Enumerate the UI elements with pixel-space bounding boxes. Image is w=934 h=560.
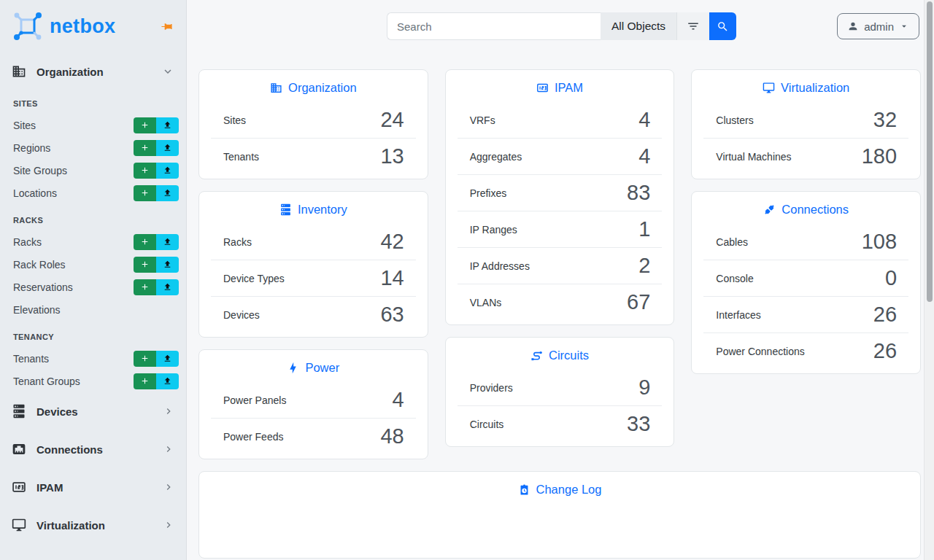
add-button[interactable] xyxy=(134,279,156,295)
card-title-change-log[interactable]: Change Log xyxy=(199,472,920,504)
global-search: All Objects xyxy=(387,12,736,40)
pin-sidebar-icon[interactable] xyxy=(161,20,173,33)
stat-row-tenants[interactable]: Tenants 13 xyxy=(211,138,416,174)
import-button[interactable] xyxy=(156,140,179,156)
add-button[interactable] xyxy=(134,373,156,389)
sidebar-menu-label: Virtualization xyxy=(36,519,105,532)
chevron-right-icon xyxy=(163,443,174,455)
filter-icon xyxy=(687,20,700,33)
card-title-connections[interactable]: Connections xyxy=(692,192,920,224)
stat-row-aggregates[interactable]: Aggregates 4 xyxy=(458,138,663,174)
sidebar-nav: Organization SITES Sites Regions Site Gr… xyxy=(0,55,186,544)
stat-row-ip-addresses[interactable]: IP Addresses 2 xyxy=(458,247,663,284)
card-title-power[interactable]: Power xyxy=(199,350,428,382)
import-button[interactable] xyxy=(156,279,179,295)
plus-icon xyxy=(140,354,150,363)
sidebar-item-reservations: Reservations xyxy=(0,276,186,298)
sidebar-menu-label: Connections xyxy=(36,443,103,456)
add-button[interactable] xyxy=(134,185,156,201)
circuit-icon xyxy=(530,349,543,362)
monitor-icon xyxy=(12,518,26,532)
sidebar-menu-devices[interactable]: Devices xyxy=(0,392,186,430)
sidebar-item-elevations: Elevations xyxy=(0,298,186,321)
sidebar-item-racks: Racks xyxy=(0,230,186,253)
stat-row-cables[interactable]: Cables 108 xyxy=(703,224,908,260)
dashboard-grid: Organization Sites 24 Tenants 13 Invento… xyxy=(198,69,921,459)
card-title-ipam[interactable]: IPAM xyxy=(446,70,674,102)
search-scope-dropdown[interactable]: All Objects xyxy=(601,12,676,40)
page-scrollbar-thumb[interactable] xyxy=(927,1,933,302)
stat-row-device-types[interactable]: Device Types 14 xyxy=(211,260,416,296)
building-icon xyxy=(270,82,282,94)
main-content: All Objects admin Organization xyxy=(187,0,934,560)
import-button[interactable] xyxy=(156,257,179,273)
import-button[interactable] xyxy=(156,234,179,250)
sidebar-menu-connections[interactable]: Connections xyxy=(0,430,186,468)
netbox-logo-icon[interactable] xyxy=(12,10,44,42)
stat-row-clusters[interactable]: Clusters 32 xyxy=(703,102,908,138)
import-button[interactable] xyxy=(156,163,179,179)
search-scope-label: All Objects xyxy=(611,20,665,33)
sidebar-item-tenant-groups: Tenant Groups xyxy=(0,370,186,392)
plus-icon xyxy=(140,120,150,130)
card-virtualization: Virtualization Clusters 32 Virtual Machi… xyxy=(691,69,921,179)
stat-row-prefixes[interactable]: Prefixes 83 xyxy=(458,174,663,211)
user-menu-button[interactable]: admin xyxy=(837,13,919,39)
add-button[interactable] xyxy=(134,140,156,156)
group-header-tenancy: TENANCY xyxy=(0,321,186,347)
add-button[interactable] xyxy=(134,257,156,273)
filter-button[interactable] xyxy=(676,12,709,40)
stat-row-racks[interactable]: Racks 42 xyxy=(211,224,416,260)
plus-icon xyxy=(140,188,150,198)
import-button[interactable] xyxy=(156,351,179,367)
sidebar-menu-virtualization[interactable]: Virtualization xyxy=(0,506,186,544)
card-title-inventory[interactable]: Inventory xyxy=(199,192,428,224)
stat-row-virtual-machines[interactable]: Virtual Machines 180 xyxy=(703,138,908,174)
chevron-right-icon xyxy=(163,519,174,531)
add-button[interactable] xyxy=(134,351,156,367)
card-change-log: Change Log xyxy=(198,471,921,559)
stat-row-providers[interactable]: Providers 9 xyxy=(458,370,663,405)
sidebar-item-site-groups: Site Groups xyxy=(0,159,186,182)
page-scrollbar-track[interactable] xyxy=(924,0,934,560)
stat-row-vrfs[interactable]: VRFs 4 xyxy=(458,102,663,138)
stat-row-sites[interactable]: Sites 24 xyxy=(211,102,416,138)
import-button[interactable] xyxy=(156,117,179,133)
stat-row-power-feeds[interactable]: Power Feeds 48 xyxy=(211,418,416,454)
stat-row-console[interactable]: Console 0 xyxy=(703,260,908,296)
stat-row-interfaces[interactable]: Interfaces 26 xyxy=(703,296,908,332)
search-submit-button[interactable] xyxy=(709,12,736,40)
chevron-right-icon xyxy=(163,481,174,493)
add-button[interactable] xyxy=(134,234,156,250)
stat-row-ip-ranges[interactable]: IP Ranges 1 xyxy=(458,211,663,247)
sidebar-menu-organization[interactable]: Organization xyxy=(0,55,186,88)
stat-row-devices[interactable]: Devices 63 xyxy=(211,296,416,332)
add-button[interactable] xyxy=(134,163,156,179)
sidebar-menu-ipam[interactable]: IPAM xyxy=(0,468,186,506)
card-inventory: Inventory Racks 42 Device Types 14 Devic… xyxy=(198,191,428,338)
search-input[interactable] xyxy=(387,12,601,40)
sidebar-item-sites: Sites xyxy=(0,114,186,136)
plus-icon xyxy=(140,143,150,152)
add-button[interactable] xyxy=(134,117,156,133)
import-button[interactable] xyxy=(156,373,179,389)
card-title-organization[interactable]: Organization xyxy=(199,70,428,102)
ethernet-port-icon xyxy=(12,442,26,456)
card-title-virtualization[interactable]: Virtualization xyxy=(692,70,920,102)
stat-row-power-connections[interactable]: Power Connections 26 xyxy=(703,332,908,369)
stat-row-circuits[interactable]: Circuits 33 xyxy=(458,405,663,442)
card-circuits: Circuits Providers 9 Circuits 33 xyxy=(445,337,675,447)
sidebar-menu-label: IPAM xyxy=(36,481,63,494)
group-header-racks: RACKS xyxy=(0,204,186,230)
upload-icon xyxy=(163,166,172,175)
server-icon xyxy=(12,404,26,419)
upload-icon xyxy=(163,237,172,246)
upload-icon xyxy=(163,282,172,292)
brand-name[interactable]: netbox xyxy=(50,15,115,38)
stat-row-power-panels[interactable]: Power Panels 4 xyxy=(211,382,416,418)
plus-icon xyxy=(140,237,150,246)
stat-row-vlans[interactable]: VLANs 67 xyxy=(458,284,663,320)
card-title-circuits[interactable]: Circuits xyxy=(446,338,674,370)
import-button[interactable] xyxy=(156,185,179,201)
plus-icon xyxy=(140,260,150,269)
